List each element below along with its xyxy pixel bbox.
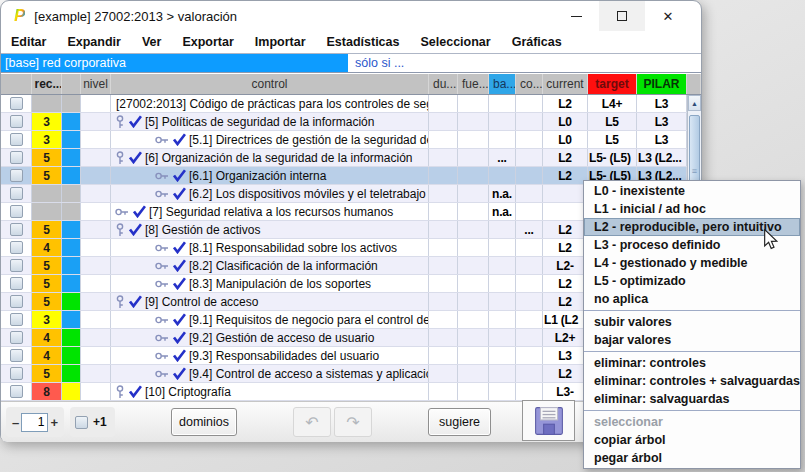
save-button[interactable] bbox=[522, 400, 575, 441]
table-row[interactable]: 5[6] Organización de la seguridad de la … bbox=[1, 149, 701, 167]
control-label[interactable]: [5] Políticas de seguridad de la informa… bbox=[145, 115, 374, 129]
target-value-cell[interactable]: L5 bbox=[588, 131, 637, 148]
sugiere-button[interactable]: sugiere bbox=[428, 408, 491, 436]
table-row[interactable]: 3[5] Políticas de seguridad de la inform… bbox=[1, 113, 701, 131]
applied-check-icon[interactable] bbox=[172, 277, 186, 290]
fue-value-cell[interactable] bbox=[458, 149, 489, 166]
current-value-cell[interactable]: L2 bbox=[543, 239, 588, 256]
row-checkbox[interactable] bbox=[10, 187, 23, 200]
fue-value-cell[interactable] bbox=[458, 203, 489, 220]
du-value-cell[interactable] bbox=[429, 239, 458, 256]
tree-collapse-handle-icon[interactable] bbox=[115, 115, 125, 129]
current-value-cell[interactable]: L2 bbox=[543, 275, 588, 292]
target-value-cell[interactable]: L4+ bbox=[588, 95, 637, 112]
du-value-cell[interactable] bbox=[429, 95, 458, 112]
row-checkbox[interactable] bbox=[10, 97, 23, 110]
tree-collapse-handle-icon[interactable] bbox=[115, 385, 125, 399]
du-value-cell[interactable] bbox=[429, 203, 458, 220]
co-value-cell[interactable] bbox=[516, 329, 543, 346]
column-header-checkbox[interactable] bbox=[1, 74, 32, 94]
co-value-cell[interactable] bbox=[516, 275, 543, 292]
fue-value-cell[interactable] bbox=[458, 329, 489, 346]
current-value-cell[interactable]: L2 bbox=[543, 95, 588, 112]
du-value-cell[interactable] bbox=[429, 167, 458, 184]
applied-check-icon[interactable] bbox=[172, 241, 186, 254]
column-header-nivel[interactable]: nivel bbox=[81, 74, 111, 94]
current-value-cell[interactable]: L2 bbox=[543, 221, 588, 238]
context-menu-item-copiar-rbol[interactable]: copiar árbol bbox=[584, 431, 800, 449]
co-value-cell[interactable] bbox=[516, 185, 543, 202]
selected-profile-bar[interactable]: [base] red corporativa bbox=[1, 54, 348, 72]
tree-expand-handle-icon[interactable] bbox=[115, 207, 129, 217]
current-value-cell[interactable]: L2- bbox=[543, 257, 588, 274]
column-header-pilar[interactable]: PILAR bbox=[637, 74, 687, 94]
du-value-cell[interactable] bbox=[429, 329, 458, 346]
du-value-cell[interactable] bbox=[429, 257, 458, 274]
fue-value-cell[interactable] bbox=[458, 131, 489, 148]
pilar-value-cell[interactable]: L3 bbox=[637, 95, 687, 112]
ba-value-cell[interactable] bbox=[489, 239, 516, 256]
control-label[interactable]: [8] Gestión de activos bbox=[145, 223, 260, 237]
ba-value-cell[interactable] bbox=[489, 293, 516, 310]
du-value-cell[interactable] bbox=[429, 365, 458, 382]
co-value-cell[interactable] bbox=[516, 383, 543, 400]
row-checkbox[interactable] bbox=[10, 115, 23, 128]
fue-value-cell[interactable] bbox=[458, 185, 489, 202]
tree-expand-handle-icon[interactable] bbox=[155, 261, 169, 271]
column-header-color[interactable] bbox=[62, 74, 81, 94]
applied-check-icon[interactable] bbox=[172, 187, 186, 200]
context-menu-item-l0-inexistente[interactable]: L0 - inexistente bbox=[584, 182, 800, 200]
tree-expand-handle-icon[interactable] bbox=[155, 171, 169, 181]
tree-expand-handle-icon[interactable] bbox=[155, 243, 169, 253]
scrollbar-up-button[interactable]: ▲ bbox=[688, 95, 701, 111]
du-value-cell[interactable] bbox=[429, 185, 458, 202]
applied-check-icon[interactable] bbox=[172, 367, 186, 380]
co-value-cell[interactable] bbox=[516, 95, 543, 112]
applied-check-icon[interactable] bbox=[128, 295, 142, 308]
du-value-cell[interactable] bbox=[429, 311, 458, 328]
row-checkbox[interactable] bbox=[10, 331, 23, 344]
counter-input[interactable]: 1 bbox=[21, 413, 48, 432]
fue-value-cell[interactable] bbox=[458, 293, 489, 310]
context-menu-item-eliminar-controles-salvaguardas[interactable]: eliminar: controles + salvaguardas bbox=[584, 372, 800, 390]
control-label[interactable]: [27002:2013] Código de prácticas para lo… bbox=[116, 97, 428, 111]
menu-item-estad-sticas[interactable]: Estadísticas bbox=[327, 35, 400, 49]
column-header-rec[interactable]: rec... bbox=[32, 74, 62, 94]
fue-value-cell[interactable] bbox=[458, 275, 489, 292]
applied-check-icon[interactable] bbox=[172, 331, 186, 344]
context-menu-item-pegar-rbol[interactable]: pegar árbol bbox=[584, 449, 800, 467]
tree-expand-handle-icon[interactable] bbox=[155, 279, 169, 289]
row-checkbox[interactable] bbox=[10, 169, 23, 182]
current-value-cell[interactable]: L2+ bbox=[543, 329, 588, 346]
applied-check-icon[interactable] bbox=[172, 169, 186, 182]
ba-value-cell[interactable] bbox=[489, 329, 516, 346]
control-label[interactable]: [8.1] Responsabilidad sobre los activos bbox=[189, 241, 397, 255]
context-menu-item-eliminar-controles[interactable]: eliminar: controles bbox=[584, 354, 800, 372]
fue-value-cell[interactable] bbox=[458, 257, 489, 274]
applied-check-icon[interactable] bbox=[128, 385, 142, 398]
menu-item-expandir[interactable]: Expandir bbox=[67, 35, 121, 49]
co-value-cell[interactable] bbox=[516, 131, 543, 148]
ba-value-cell[interactable] bbox=[489, 113, 516, 130]
column-header-target[interactable]: target bbox=[588, 74, 637, 94]
control-label[interactable]: [6] Organización de la seguridad de la i… bbox=[145, 151, 413, 165]
ba-value-cell[interactable] bbox=[489, 257, 516, 274]
current-value-cell[interactable]: L2 bbox=[543, 365, 588, 382]
ba-value-cell[interactable] bbox=[489, 383, 516, 400]
context-menu-item-subir-valores[interactable]: subir valores bbox=[584, 313, 800, 331]
column-header-ba[interactable]: ba... bbox=[489, 74, 516, 94]
context-menu-item-l4-gestionado-y-medible[interactable]: L4 - gestionado y medible bbox=[584, 254, 800, 272]
current-value-cell[interactable]: L2 bbox=[543, 293, 588, 310]
du-value-cell[interactable] bbox=[429, 131, 458, 148]
control-label[interactable]: [10] Criptografía bbox=[145, 385, 231, 399]
applied-check-icon[interactable] bbox=[128, 115, 142, 128]
applied-check-icon[interactable] bbox=[172, 313, 186, 326]
context-menu-item-l1-inicial-ad-hoc[interactable]: L1 - inicial / ad hoc bbox=[584, 200, 800, 218]
control-label[interactable]: [7] Seguridad relativa a los recursos hu… bbox=[149, 205, 393, 219]
ba-value-cell[interactable]: ... bbox=[489, 149, 516, 166]
row-checkbox[interactable] bbox=[10, 241, 23, 254]
context-menu-item-eliminar-salvaguardas[interactable]: eliminar: salvaguardas bbox=[584, 390, 800, 408]
fue-value-cell[interactable] bbox=[458, 347, 489, 364]
row-checkbox[interactable] bbox=[10, 205, 23, 218]
control-label[interactable]: [5.1] Directrices de gestión de la segur… bbox=[189, 133, 428, 147]
